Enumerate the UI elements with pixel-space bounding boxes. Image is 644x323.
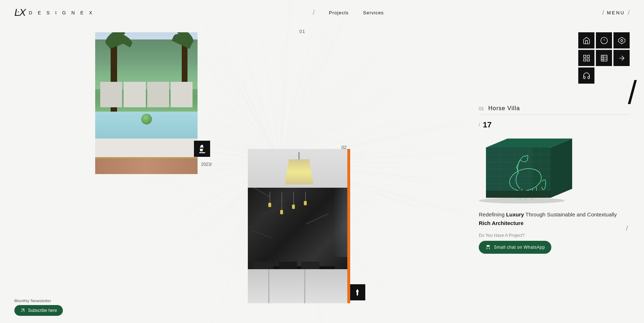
- logo-text: D E S I G N E X: [29, 10, 94, 15]
- nav-services[interactable]: Services: [363, 10, 384, 15]
- home-icon-box[interactable]: [578, 32, 594, 48]
- svg-rect-39: [486, 191, 551, 198]
- whatsapp-button[interactable]: Small chat on WhatsApp: [479, 241, 551, 254]
- pencil-icon-box[interactable]: [613, 50, 630, 66]
- hexagon-icon-box[interactable]: [613, 32, 630, 48]
- svg-rect-6: [587, 55, 589, 57]
- newsletter-label: Monthly Newsletter: [14, 299, 63, 303]
- svg-marker-3: [618, 37, 625, 43]
- subscribe-arrow-icon: [20, 308, 25, 313]
- nav-slash-1: /: [313, 9, 315, 17]
- nav-right: / MENU /: [602, 9, 630, 17]
- project-year: 2023/: [201, 162, 212, 167]
- project-count: 17: [483, 120, 491, 130]
- svg-rect-9: [601, 55, 607, 61]
- project-card-1[interactable]: 01: [95, 32, 198, 174]
- layers-icon-box[interactable]: [596, 50, 612, 66]
- menu-label[interactable]: MENU: [607, 10, 625, 15]
- grid-icon-box[interactable]: [578, 50, 594, 66]
- newsletter-area: Monthly Newsletter Subscribe here: [14, 299, 63, 316]
- whatsapp-icon: [485, 244, 491, 250]
- slash-right-small: /: [626, 225, 628, 232]
- nav-slash-3: /: [628, 9, 630, 17]
- subscribe-button[interactable]: Subscribe here: [14, 305, 63, 316]
- nav-projects[interactable]: Projects: [329, 10, 349, 15]
- svg-point-4: [621, 39, 623, 42]
- headphones-icon-box[interactable]: [578, 67, 594, 84]
- right-panel: / 01 Horse Villa / 17: [479, 32, 630, 254]
- logo-icon: ĿX: [14, 7, 25, 18]
- do-you-have-project: Do You Have A Project?: [479, 233, 630, 238]
- svg-rect-5: [583, 55, 585, 57]
- slash-decor: /: [479, 122, 480, 127]
- svg-point-40: [479, 198, 565, 203]
- project-label: 01 Horse Villa: [479, 105, 630, 112]
- project-title: Horse Villa: [488, 105, 520, 112]
- svg-rect-7: [583, 58, 585, 61]
- icon-grid: [578, 32, 630, 84]
- nav-slash-2: /: [602, 9, 604, 17]
- project-image-1: [95, 32, 198, 174]
- project-info: / 01 Horse Villa / 17: [479, 105, 630, 254]
- slash-decoration: /: [628, 76, 637, 109]
- logo-area: ĿX D E S I G N E X: [14, 7, 94, 18]
- svg-marker-27: [551, 139, 572, 198]
- project-number-1: 01: [300, 29, 305, 34]
- project-image-2: [248, 149, 350, 303]
- project-num-label: 01: [479, 106, 484, 111]
- lamp-badge: [349, 284, 365, 300]
- svg-rect-15: [486, 148, 533, 198]
- project-card-2[interactable]: 02: [248, 149, 350, 303]
- info-icon-box[interactable]: [596, 32, 612, 48]
- main-content: 01: [0, 25, 644, 323]
- horse-villa-illustration: [479, 133, 579, 205]
- header: ĿX D E S I G N E X / Projects Services /…: [0, 0, 644, 25]
- main-nav: / Projects Services: [313, 9, 384, 17]
- divider-line: [479, 114, 630, 115]
- svg-rect-8: [587, 58, 589, 61]
- description: Redefining Luxury Through Sustainable an…: [479, 210, 630, 228]
- chess-knight-badge: [194, 141, 210, 157]
